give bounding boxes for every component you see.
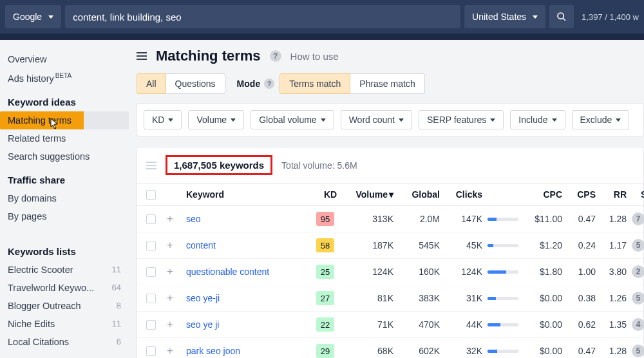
cell-cpc: $0.00 bbox=[527, 293, 566, 303]
keyword-link[interactable]: questionable content bbox=[186, 267, 315, 277]
cell-cpc: $0.00 bbox=[527, 346, 566, 356]
add-button[interactable]: + bbox=[167, 318, 185, 331]
col-keyword[interactable]: Keyword bbox=[186, 189, 315, 200]
clicks-bar bbox=[488, 244, 518, 247]
col-cpc[interactable]: CPC bbox=[527, 189, 566, 200]
cell-rr: 1.28 bbox=[601, 346, 630, 356]
row-checkbox[interactable] bbox=[146, 294, 156, 303]
cell-cpc: $0.00 bbox=[527, 319, 566, 330]
cell-cps: 0.62 bbox=[567, 319, 600, 330]
sidebar-item-overview[interactable]: Overview bbox=[0, 50, 129, 68]
row-checkbox[interactable] bbox=[146, 214, 156, 224]
col-clicks[interactable]: Clicks bbox=[445, 189, 486, 200]
cell-global: 470K bbox=[399, 319, 444, 330]
keyword-link[interactable]: seo bbox=[186, 214, 315, 224]
sidebar-item-related-terms[interactable]: Related terms bbox=[0, 129, 129, 147]
sidebar-item-matching-terms[interactable]: Matching terms bbox=[0, 111, 129, 129]
sidebar-head-lists: Keywords lists bbox=[0, 237, 129, 261]
add-button[interactable]: + bbox=[167, 292, 185, 305]
country-label: United States bbox=[472, 12, 526, 22]
tab-all[interactable]: All bbox=[137, 73, 166, 94]
sidebar-list-item[interactable]: Travelworld Keywo...64 bbox=[0, 279, 129, 297]
sidebar-list-item[interactable]: Blogger Outreach8 bbox=[0, 297, 129, 315]
table-row: +park seo joon2968K602K32K$0.000.471.285 bbox=[137, 338, 643, 358]
clicks-bar bbox=[488, 297, 518, 300]
help-icon[interactable]: ? bbox=[264, 79, 274, 89]
tab-phrase-match[interactable]: Phrase match bbox=[350, 73, 424, 94]
kd-badge: 95 bbox=[316, 212, 334, 226]
sf-badge: 5 bbox=[632, 292, 644, 305]
keyword-link[interactable]: park seo joon bbox=[186, 346, 315, 356]
cell-volume: 313K bbox=[346, 214, 397, 224]
col-sf[interactable]: SF bbox=[632, 189, 644, 200]
filter-include[interactable]: Include bbox=[510, 110, 565, 129]
sidebar-item-search-suggestions[interactable]: Search suggestions bbox=[0, 147, 129, 165]
keywords-input[interactable] bbox=[65, 5, 460, 28]
sidebar-list-item[interactable]: Electric Scooter11 bbox=[0, 261, 129, 279]
sidebar-item-by-domains[interactable]: By domains bbox=[0, 189, 129, 207]
filter-exclude[interactable]: Exclude bbox=[572, 110, 630, 129]
row-checkbox[interactable] bbox=[146, 320, 156, 330]
help-icon[interactable]: ? bbox=[270, 50, 281, 62]
search-button[interactable] bbox=[549, 5, 574, 28]
col-cps[interactable]: CPS bbox=[567, 189, 600, 200]
filter-volume[interactable]: Volume bbox=[188, 110, 244, 129]
filter-kd[interactable]: KD bbox=[144, 110, 182, 129]
filter-serp-features[interactable]: SERP features bbox=[419, 110, 504, 129]
cell-cps: 0.47 bbox=[567, 346, 600, 356]
cell-global: 545K bbox=[399, 240, 444, 250]
col-rr[interactable]: RR bbox=[601, 189, 630, 200]
drag-handle-icon[interactable] bbox=[146, 162, 156, 169]
chevron-down-icon bbox=[48, 15, 53, 19]
tab-bar: All Questions Mode? Terms match Phrase m… bbox=[137, 73, 644, 94]
add-button[interactable]: + bbox=[167, 344, 185, 357]
keyword-link[interactable]: content bbox=[186, 240, 315, 250]
select-all-checkbox[interactable] bbox=[146, 190, 156, 200]
credits-status: 1,397 / 1,400 w bbox=[582, 12, 639, 22]
cell-volume: 81K bbox=[346, 293, 397, 303]
sidebar-list-item[interactable]: Local Citations6 bbox=[0, 333, 129, 351]
cell-volume: 187K bbox=[346, 240, 397, 250]
keyword-link[interactable]: seo ye-ji bbox=[186, 293, 315, 303]
add-button[interactable]: + bbox=[167, 212, 185, 225]
sidebar-item-by-pages[interactable]: By pages bbox=[0, 207, 129, 225]
tab-questions[interactable]: Questions bbox=[166, 73, 225, 94]
page-title: Matching terms bbox=[156, 48, 261, 64]
row-checkbox[interactable] bbox=[146, 241, 156, 250]
filter-bar: KDVolumeGlobal volumeWord countSERP feat… bbox=[137, 103, 644, 137]
cell-cps: 0.47 bbox=[567, 214, 600, 224]
keyword-link[interactable]: seo ye ji bbox=[186, 319, 315, 330]
country-select[interactable]: United States bbox=[464, 5, 545, 28]
mode-label: Mode? bbox=[237, 79, 275, 89]
cell-global: 160K bbox=[399, 267, 444, 277]
svg-point-0 bbox=[558, 13, 564, 19]
table-row: +seo ye ji2271K470K44K$0.000.621.354 bbox=[137, 312, 643, 338]
sidebar-list-item[interactable]: Niche Edits11 bbox=[0, 315, 129, 333]
filter-global-volume[interactable]: Global volume bbox=[251, 110, 334, 129]
filter-word-count[interactable]: Word count bbox=[341, 110, 412, 129]
search-engine-select[interactable]: Google bbox=[5, 5, 61, 28]
sf-badge: 5 bbox=[632, 239, 644, 252]
total-volume: Total volume: 5.6M bbox=[281, 160, 357, 171]
how-to-use-link[interactable]: How to use bbox=[290, 51, 339, 62]
results-table: Keyword KD Volume▾ Global Clicks CPC CPS… bbox=[137, 184, 644, 358]
chevron-down-icon bbox=[168, 118, 173, 122]
table-row: +seo95313K2.0M147K$11.000.471.287 bbox=[137, 206, 643, 232]
row-checkbox[interactable] bbox=[146, 267, 156, 277]
cell-volume: 71K bbox=[346, 319, 397, 330]
cell-rr: 3.80 bbox=[601, 267, 630, 277]
col-kd[interactable]: KD bbox=[316, 189, 345, 200]
tab-terms-match[interactable]: Terms match bbox=[279, 73, 350, 94]
add-button[interactable]: + bbox=[167, 239, 185, 252]
chevron-down-icon bbox=[490, 118, 495, 122]
col-volume[interactable]: Volume▾ bbox=[346, 189, 397, 200]
stats-row: 1,687,505 keywords Total volume: 5.6M bbox=[137, 147, 644, 184]
sf-badge: 2 bbox=[632, 265, 644, 278]
kd-badge: 27 bbox=[316, 291, 334, 305]
sf-badge: 5 bbox=[632, 344, 644, 357]
sidebar-item-ads-history[interactable]: Ads historyBETA bbox=[0, 68, 129, 88]
menu-icon[interactable] bbox=[137, 52, 147, 60]
row-checkbox[interactable] bbox=[146, 346, 156, 356]
col-global[interactable]: Global bbox=[399, 189, 444, 200]
add-button[interactable]: + bbox=[167, 265, 185, 278]
